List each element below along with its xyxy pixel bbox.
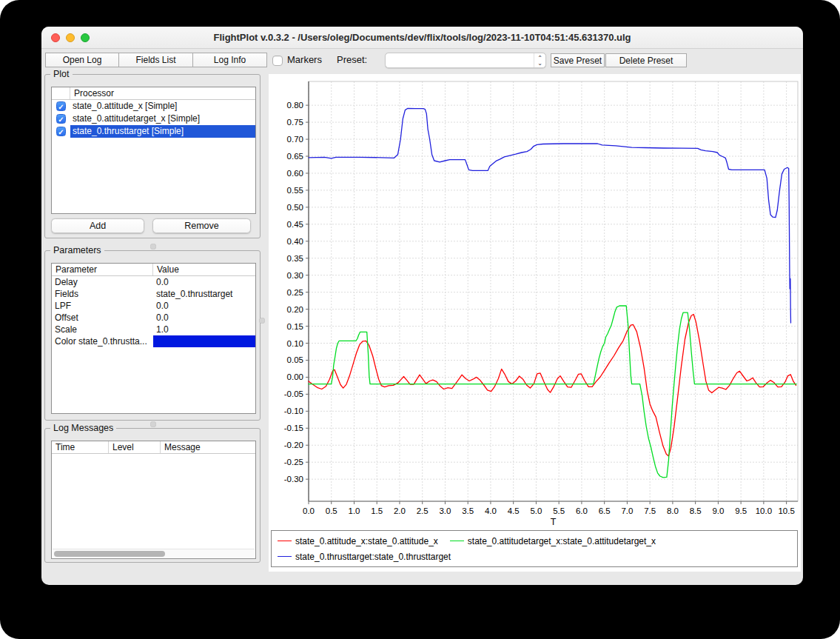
horizontal-scrollbar[interactable] [53, 549, 255, 558]
legend-label: state_0.attitude_x:state_0.attitude_x [295, 536, 438, 546]
chart-canvas[interactable]: 0.00.51.01.52.02.53.03.54.04.55.05.56.06… [269, 74, 801, 529]
level-column-header: Level [109, 441, 161, 453]
svg-text:5.0: 5.0 [530, 506, 542, 515]
app-window: FlightPlot v.0.3.2 - /Users/oleg/Documen… [41, 27, 803, 585]
svg-text:1.0: 1.0 [348, 506, 360, 515]
svg-text:7.5: 7.5 [644, 506, 656, 515]
minimize-button[interactable] [66, 33, 75, 42]
parameter-value[interactable]: 0.0 [153, 312, 255, 323]
svg-text:8.0: 8.0 [667, 506, 679, 515]
splitter-handle-parameters-log[interactable] [150, 421, 156, 427]
markers-checkbox[interactable] [272, 56, 283, 66]
processor-label[interactable]: state_0.thrusttarget [Simple] [70, 125, 255, 138]
processor-list-body: ✓state_0.attitude_x [Simple]✓state_0.att… [52, 100, 255, 138]
svg-text:-0.25: -0.25 [284, 458, 303, 466]
markers-label: Markers [287, 53, 322, 67]
svg-text:0.05: 0.05 [287, 355, 303, 364]
log-messages-table: Time Level Message [51, 441, 256, 559]
legend-row: state_0.attitude_x:state_0.attitude_xsta… [278, 533, 791, 549]
parameter-value[interactable]: 1.0 [153, 324, 255, 335]
message-column-header: Message [161, 441, 255, 453]
table-row[interactable]: LPF0.0 [52, 300, 255, 312]
parameter-name: LPF [52, 301, 153, 311]
list-item[interactable]: ✓state_0.attitude_x [Simple] [52, 100, 255, 113]
parameters-panel: Parameters Parameter Value Delay0.0Field… [44, 250, 261, 421]
table-row[interactable]: Delay0.0 [52, 276, 255, 288]
remove-button[interactable]: Remove [152, 218, 251, 233]
svg-text:0.65: 0.65 [287, 152, 303, 161]
checkbox-cell: ✓ [52, 127, 70, 136]
chart-legend: state_0.attitude_x:state_0.attitude_xsta… [271, 530, 798, 567]
svg-text:4.5: 4.5 [508, 506, 520, 515]
parameter-value[interactable]: state_0.thrusttarget [153, 289, 255, 299]
open-log-button[interactable]: Open Log [45, 53, 119, 67]
svg-text:-0.30: -0.30 [284, 475, 303, 484]
table-row[interactable]: Offset0.0 [52, 312, 255, 324]
parameters-table-header: Parameter Value [52, 264, 255, 276]
svg-text:7.0: 7.0 [621, 506, 633, 515]
add-button[interactable]: Add [51, 218, 144, 233]
svg-text:9.0: 9.0 [712, 506, 724, 515]
color-swatch[interactable] [153, 335, 255, 347]
list-item[interactable]: ✓state_0.thrusttarget [Simple] [52, 125, 255, 138]
svg-text:0.40: 0.40 [287, 237, 303, 246]
preset-combobox[interactable]: ⌃⌄ [385, 53, 546, 68]
delete-preset-button[interactable]: Delete Preset [605, 53, 687, 67]
svg-text:0.45: 0.45 [287, 220, 303, 229]
toolbar-button-group: Open Log Fields List Log Info [45, 53, 267, 67]
legend-item: state_0.attitude_x:state_0.attitude_x [278, 536, 438, 546]
value-column-header: Value [153, 264, 255, 275]
log-info-button[interactable]: Log Info [193, 53, 267, 67]
vertical-splitter-handle[interactable] [259, 318, 265, 324]
svg-text:0.75: 0.75 [287, 118, 303, 127]
parameters-panel-title: Parameters [50, 245, 104, 255]
splitter-handle-plot-parameters[interactable] [150, 244, 156, 250]
chart-panel: 0.00.51.01.52.02.53.03.54.04.55.05.56.06… [269, 74, 801, 572]
parameter-name: Fields [52, 289, 153, 299]
parameter-column-header: Parameter [52, 264, 153, 275]
legend-label: state_0.attitudetarget_x:state_0.attitud… [468, 536, 656, 546]
legend-label: state_0.thrusttarget:state_0.thrusttarge… [295, 552, 451, 562]
processor-list: Processor ✓state_0.attitude_x [Simple]✓s… [51, 87, 256, 214]
zoom-button[interactable] [81, 33, 90, 42]
row-checkbox[interactable]: ✓ [56, 114, 66, 124]
svg-text:-0.05: -0.05 [284, 389, 303, 398]
svg-text:4.0: 4.0 [485, 506, 497, 515]
table-row[interactable]: Scale1.0 [52, 324, 255, 335]
legend-line-swatch [450, 541, 464, 541]
scrollbar-thumb[interactable] [54, 551, 165, 557]
parameter-value[interactable]: 0.0 [153, 277, 255, 287]
svg-text:0.00: 0.00 [287, 372, 303, 381]
combobox-stepper-icon[interactable]: ⌃⌄ [534, 53, 545, 67]
svg-text:6.5: 6.5 [599, 506, 611, 515]
row-checkbox[interactable]: ✓ [56, 101, 66, 111]
processor-column-header: Processor [70, 88, 114, 98]
processor-label[interactable]: state_0.attitudetarget_x [Simple] [70, 113, 255, 125]
close-button[interactable] [51, 33, 60, 42]
parameters-table-body: Delay0.0Fieldsstate_0.thrusttargetLPF0.0… [52, 276, 255, 347]
log-messages-panel: Log Messages Time Level Message [44, 428, 261, 563]
table-row[interactable]: Fieldsstate_0.thrusttarget [52, 288, 255, 300]
row-checkbox[interactable]: ✓ [56, 127, 66, 136]
save-preset-button[interactable]: Save Preset [551, 53, 605, 67]
svg-text:2.5: 2.5 [417, 506, 429, 515]
svg-text:0.55: 0.55 [287, 186, 303, 195]
parameter-name: Color state_0.thrustta... [52, 336, 153, 347]
svg-text:10.0: 10.0 [756, 506, 772, 515]
processor-label[interactable]: state_0.attitude_x [Simple] [70, 100, 255, 113]
fields-list-button[interactable]: Fields List [119, 53, 193, 67]
preset-label: Preset: [337, 53, 367, 67]
table-row[interactable]: Color state_0.thrustta... [52, 335, 255, 347]
legend-item: state_0.thrusttarget:state_0.thrusttarge… [278, 552, 451, 562]
list-item[interactable]: ✓state_0.attitudetarget_x [Simple] [52, 113, 255, 125]
parameter-value[interactable]: 0.0 [153, 301, 255, 311]
svg-text:0.35: 0.35 [287, 254, 303, 263]
legend-line-swatch [278, 556, 292, 557]
plot-panel: Plot Processor ✓state_0.attitude_x [Simp… [44, 74, 261, 238]
parameter-name: Scale [52, 324, 153, 335]
svg-text:0.60: 0.60 [287, 169, 303, 178]
svg-text:0.0: 0.0 [303, 506, 315, 515]
svg-text:0.80: 0.80 [287, 101, 303, 110]
svg-text:-0.20: -0.20 [284, 441, 303, 449]
titlebar[interactable]: FlightPlot v.0.3.2 - /Users/oleg/Documen… [41, 27, 803, 49]
